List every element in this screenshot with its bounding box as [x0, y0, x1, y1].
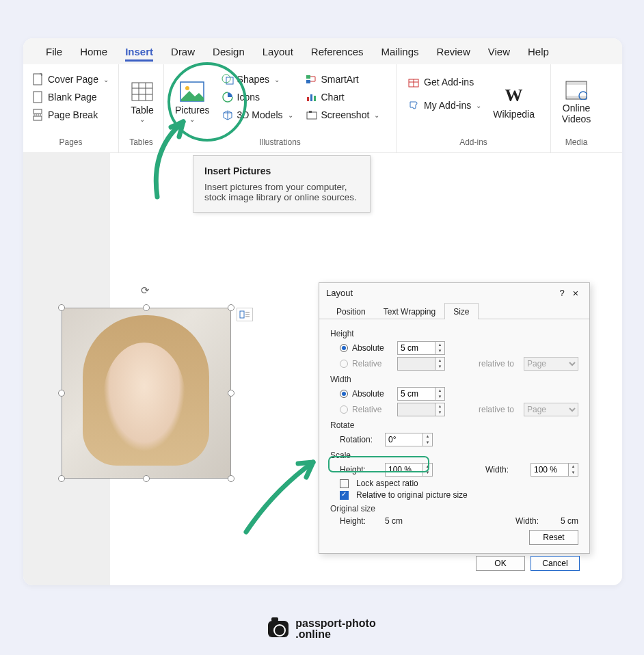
video-icon — [563, 79, 590, 102]
pictures-icon — [178, 80, 206, 103]
height-relative-radio[interactable] — [340, 360, 348, 368]
width-relative-radio[interactable] — [340, 405, 348, 414]
page-break-icon — [32, 109, 44, 121]
icons-button[interactable]: Icons — [218, 89, 297, 105]
height-absolute-radio[interactable] — [340, 344, 348, 352]
svg-rect-15 — [306, 80, 310, 83]
tab-view[interactable]: View — [479, 40, 519, 63]
svg-rect-28 — [240, 311, 244, 318]
resize-handle[interactable] — [143, 475, 150, 482]
svg-rect-18 — [314, 96, 316, 101]
svg-rect-1 — [33, 92, 42, 103]
svg-rect-25 — [566, 81, 587, 85]
blank-page-button[interactable]: Blank Page — [29, 89, 113, 105]
ribbon-tabs: File Home Insert Draw Design Layout Refe… — [23, 38, 622, 64]
get-addins-button[interactable]: Get Add-ins — [405, 74, 485, 90]
online-videos-button[interactable]: Online Videos — [556, 68, 596, 135]
page-break-button[interactable]: Page Break — [29, 107, 113, 123]
svg-rect-0 — [33, 74, 42, 85]
width-absolute-radio[interactable] — [340, 390, 348, 398]
width-relative-input — [397, 403, 435, 416]
wikipedia-icon: W — [500, 84, 528, 107]
selected-image[interactable]: ⟳ — [62, 308, 231, 479]
wikipedia-button[interactable]: W Wikipedia — [487, 68, 540, 135]
resize-handle[interactable] — [58, 390, 65, 397]
dialog-tab-position[interactable]: Position — [327, 303, 375, 319]
width-absolute-input[interactable] — [397, 387, 435, 401]
screenshot-icon — [306, 109, 318, 121]
shapes-icon — [222, 73, 234, 85]
cover-page-button[interactable]: Cover Page⌄ — [29, 71, 113, 88]
svg-rect-16 — [307, 97, 309, 101]
tab-layout[interactable]: Layout — [254, 40, 302, 63]
rotation-input[interactable] — [385, 433, 423, 446]
lock-aspect-ratio-checkbox[interactable] — [340, 479, 349, 488]
svg-rect-14 — [306, 75, 310, 79]
svg-rect-5 — [132, 83, 152, 101]
icons-icon — [222, 91, 234, 103]
tab-review[interactable]: Review — [428, 40, 479, 63]
blank-page-icon — [32, 91, 44, 103]
my-addins-button[interactable]: My Add-ins⌄ — [405, 97, 485, 113]
tab-file[interactable]: File — [37, 40, 71, 63]
group-label-pages: Pages — [29, 135, 113, 150]
resize-handle[interactable] — [58, 304, 65, 311]
insert-pictures-tooltip: Insert Pictures Insert pictures from you… — [193, 155, 371, 213]
resize-handle[interactable] — [58, 475, 65, 482]
dialog-tab-size[interactable]: Size — [444, 303, 478, 319]
rotate-section-label: Rotate — [330, 420, 578, 430]
cube-icon — [222, 109, 234, 121]
table-icon — [129, 80, 156, 103]
tab-draw[interactable]: Draw — [162, 40, 204, 63]
height-relative-input — [397, 357, 435, 371]
scale-height-input[interactable] — [385, 463, 423, 477]
reset-button[interactable]: Reset — [529, 530, 578, 545]
layout-options-icon[interactable] — [237, 308, 253, 321]
relative-original-checkbox[interactable] — [340, 491, 349, 500]
pictures-button[interactable]: Pictures⌄ — [170, 68, 215, 135]
chart-icon — [306, 91, 318, 103]
page-icon — [32, 73, 44, 85]
cancel-button[interactable]: Cancel — [531, 556, 580, 571]
ok-button[interactable]: OK — [476, 556, 525, 571]
chart-button[interactable]: Chart — [302, 89, 384, 105]
smartart-button[interactable]: SmartArt — [302, 71, 384, 88]
dialog-tab-textwrapping[interactable]: Text Wrapping — [375, 303, 444, 319]
3d-models-button[interactable]: 3D Models⌄ — [218, 107, 297, 123]
resize-handle[interactable] — [228, 390, 234, 397]
resize-handle[interactable] — [228, 304, 234, 311]
puzzle-icon — [408, 99, 420, 111]
scale-width-input[interactable] — [531, 463, 569, 477]
ribbon: Cover Page⌄ Blank Page Page Break Pages … — [23, 64, 622, 153]
height-absolute-input[interactable] — [397, 341, 435, 355]
tab-home[interactable]: Home — [71, 40, 116, 63]
height-relative-to-select: Page — [524, 357, 578, 371]
group-label-media: Media — [556, 135, 596, 150]
table-button[interactable]: Table⌄ — [124, 68, 160, 135]
svg-rect-17 — [310, 94, 312, 101]
resize-handle[interactable] — [228, 475, 234, 482]
svg-rect-26 — [566, 96, 587, 99]
group-label-addins: Add-ins — [402, 135, 545, 150]
shapes-button[interactable]: Shapes⌄ — [218, 71, 297, 88]
tab-insert[interactable]: Insert — [116, 40, 162, 63]
tab-mailings[interactable]: Mailings — [373, 40, 428, 63]
group-label-illustrations: Illustrations — [170, 135, 390, 150]
store-icon — [408, 76, 420, 88]
svg-rect-3 — [33, 116, 42, 120]
resize-handle[interactable] — [143, 304, 150, 311]
rotate-handle[interactable]: ⟳ — [141, 284, 150, 297]
tab-references[interactable]: References — [302, 40, 373, 63]
svg-rect-2 — [33, 109, 42, 113]
original-size-label: Original size — [330, 504, 578, 513]
dialog-title: Layout — [326, 288, 555, 298]
scale-section-label: Scale — [330, 451, 578, 460]
tab-help[interactable]: Help — [519, 40, 558, 63]
tooltip-title: Insert Pictures — [204, 165, 359, 176]
tab-design[interactable]: Design — [204, 40, 254, 63]
screenshot-button[interactable]: Screenshot⌄ — [302, 107, 384, 123]
help-icon[interactable]: ? — [555, 288, 569, 298]
close-icon[interactable]: × — [569, 287, 582, 299]
group-label-tables: Tables — [124, 135, 158, 150]
smartart-icon — [306, 73, 318, 85]
